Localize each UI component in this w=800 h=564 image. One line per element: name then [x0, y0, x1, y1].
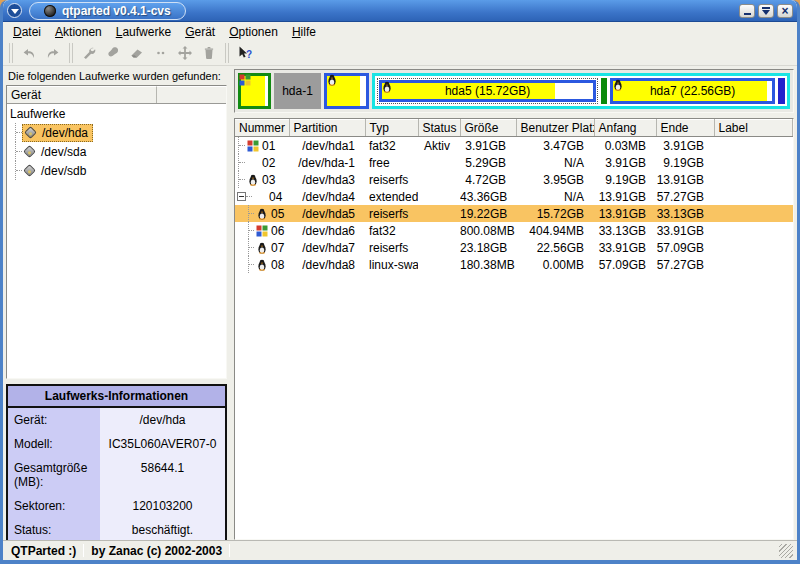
redo-button[interactable] — [41, 42, 65, 64]
partition-block-hda1[interactable] — [238, 73, 271, 109]
brush-icon — [105, 45, 121, 61]
window-controls: × — [739, 4, 793, 18]
close-icon: × — [781, 5, 788, 17]
minimize-icon — [744, 13, 751, 15]
menu-datei[interactable]: Datei — [6, 24, 48, 40]
table-row-free[interactable]: 02 /dev/hda-1 free 5.29GB N/A 3.91GB 9.1… — [235, 154, 793, 171]
window-title: qtparted v0.4.1-cvs — [62, 4, 171, 18]
col-status[interactable]: Status — [418, 120, 460, 137]
row-number: 03 — [262, 173, 275, 187]
main-area: Die folgenden Laufwerke wurden gefunden:… — [3, 66, 797, 540]
partition-block-hda5[interactable]: hda5 (15.72GB) — [379, 80, 596, 102]
menu-geraet[interactable]: Gerät — [178, 24, 222, 40]
menu-laufwerke[interactable]: Laufwerke — [109, 24, 178, 40]
penguin-icon — [255, 258, 268, 271]
tree-line — [16, 170, 22, 171]
table-row-hda8[interactable]: 08 /dev/hda8 linux-swap 180.38MB 0.00MB … — [235, 256, 793, 273]
col-benutzer-platz[interactable]: Benutzer Platz — [516, 120, 594, 137]
maximize-button[interactable] — [758, 4, 774, 18]
toolbar-handle[interactable] — [69, 43, 73, 63]
close-button[interactable]: × — [777, 4, 793, 18]
drives-found-caption: Die folgenden Laufwerke wurden gefunden: — [6, 69, 227, 85]
menu-optionen[interactable]: Optionen — [222, 24, 285, 40]
tree-selection: /dev/hda — [22, 124, 93, 142]
table-row-hda5[interactable]: 05 /dev/hda5 reiserfs 19.22GB 15.72GB 13… — [235, 205, 793, 222]
info-label-geraet: Gerät: — [8, 408, 100, 432]
table-row-hda1[interactable]: 01 /dev/hda1 fat32 Aktiv 3.91GB 3.47GB 0… — [235, 137, 793, 155]
toolbar-handle[interactable] — [9, 43, 13, 63]
empty-column-header — [157, 86, 226, 103]
format-button[interactable] — [101, 42, 125, 64]
partition-block-hda7[interactable]: hda7 (22.56GB) — [610, 78, 775, 104]
info-value-gesamtgroesse: 58644.1 — [100, 456, 225, 494]
partition-table[interactable]: Nummer Partition Typ Status Größe Benutz… — [234, 118, 794, 540]
toolbar-handle[interactable] — [225, 43, 229, 63]
row-number: 05 — [271, 207, 284, 221]
row-number: 02 — [262, 156, 275, 170]
row-number: 01 — [262, 139, 275, 153]
svg-text:?: ? — [246, 49, 252, 60]
trash-icon — [201, 45, 217, 61]
penguin-icon — [326, 74, 338, 86]
move-resize-button[interactable] — [173, 42, 197, 64]
info-value-geraet: /dev/hda — [100, 408, 225, 432]
tree-line — [249, 213, 254, 214]
partition-block-hda6[interactable] — [601, 78, 607, 104]
titlebar[interactable]: qtparted v0.4.1-cvs × — [3, 0, 797, 22]
undo-icon — [21, 45, 37, 61]
partition-block-free[interactable]: hda-1 — [274, 73, 321, 109]
table-row-hda4[interactable]: 04 /dev/hda4 extended 43.36GB N/A 13.91G… — [235, 188, 793, 205]
partition-selection-outline: hda5 (15.72GB) — [377, 78, 598, 104]
partition-block-hda8[interactable] — [778, 78, 785, 104]
col-anfang[interactable]: Anfang — [594, 120, 656, 137]
more-button[interactable] — [149, 42, 173, 64]
extended-partition-outline: hda5 (15.72GB) hda7 (22.56GB) — [372, 73, 790, 109]
statusbar-separator — [83, 544, 84, 557]
statusbar-app-label: QTParted :) — [7, 544, 80, 558]
left-panel: Die folgenden Laufwerke wurden gefunden:… — [3, 66, 230, 540]
device-tree-header[interactable]: Gerät — [7, 86, 226, 104]
penguin-icon — [255, 241, 268, 254]
partition-block-hda3[interactable] — [324, 73, 369, 109]
hdd-icon — [23, 164, 38, 178]
tree-item-dev-sda[interactable]: /dev/sda — [7, 142, 226, 161]
col-partition[interactable]: Partition — [289, 120, 365, 137]
table-row-hda7[interactable]: 07 /dev/hda7 reiserfs 23.18GB 22.56GB 33… — [235, 239, 793, 256]
resize-grip[interactable] — [779, 544, 793, 558]
col-label[interactable]: Label — [714, 120, 793, 137]
properties-button[interactable] — [77, 42, 101, 64]
window-menu-button[interactable] — [7, 3, 22, 18]
col-nummer[interactable]: Nummer — [235, 120, 289, 137]
col-ende[interactable]: Ende — [656, 120, 714, 137]
icon-slot-empty — [253, 190, 266, 203]
erase-button[interactable] — [125, 42, 149, 64]
col-groesse[interactable]: Größe — [460, 120, 516, 137]
undo-button[interactable] — [17, 42, 41, 64]
delete-button[interactable] — [197, 42, 221, 64]
row-number: 08 — [271, 258, 284, 272]
partition-label: hda5 (15.72GB) — [445, 84, 530, 98]
collapse-expander-icon[interactable] — [237, 192, 246, 201]
col-typ[interactable]: Typ — [365, 120, 418, 137]
whats-this-button[interactable]: ? — [233, 42, 257, 64]
tree-line — [249, 247, 254, 248]
menu-hilfe[interactable]: Hilfe — [285, 24, 323, 40]
ellipsis-icon — [153, 45, 169, 61]
tree-item-dev-sdb[interactable]: /dev/sdb — [7, 161, 226, 180]
table-row-hda6[interactable]: 06 /dev/hda6 fat32 800.08MB 404.94MB 33.… — [235, 222, 793, 239]
tree-item-dev-hda[interactable]: /dev/hda — [7, 123, 226, 142]
tree-root-laufwerke[interactable]: Laufwerke — [7, 104, 226, 123]
menu-aktionen[interactable]: Aktionen — [48, 24, 109, 40]
tree-root-label: Laufwerke — [10, 107, 65, 121]
device-column-header[interactable]: Gerät — [7, 86, 157, 103]
wrench-icon — [81, 45, 97, 61]
device-tree[interactable]: Gerät Laufwerke /dev/hda /dev/sda — [6, 85, 227, 379]
eraser-icon — [129, 45, 145, 61]
row-number: 06 — [271, 224, 284, 238]
penguin-icon — [255, 207, 268, 220]
redo-icon — [45, 45, 61, 61]
penguin-icon — [612, 79, 624, 91]
qtparted-window: qtparted v0.4.1-cvs × Datei Aktionen Lau… — [0, 0, 800, 564]
table-row-hda3[interactable]: 03 /dev/hda3 reiserfs 4.72GB 3.95GB 9.19… — [235, 171, 793, 188]
minimize-button[interactable] — [739, 4, 755, 18]
